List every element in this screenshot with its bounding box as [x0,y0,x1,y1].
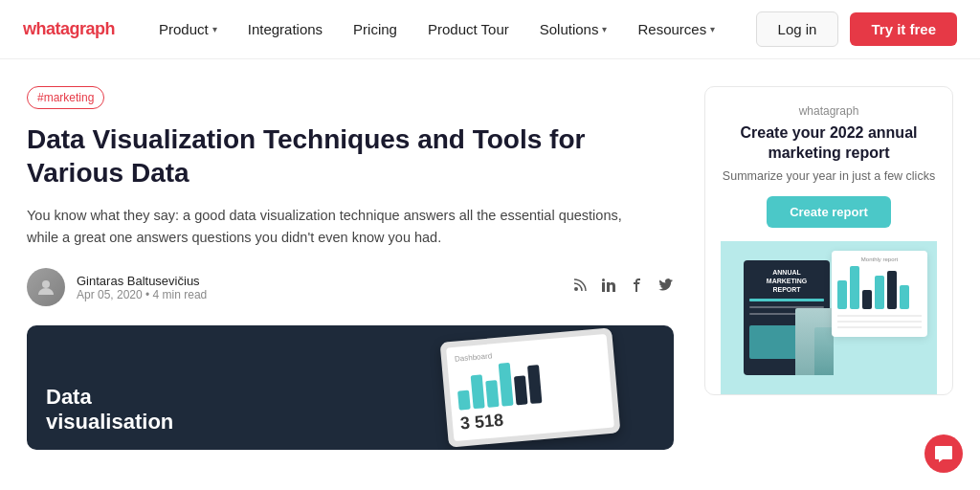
logo[interactable]: whatagraph [23,19,115,39]
promo-card: whatagraph Create your 2022 annual marke… [704,86,953,395]
svg-point-0 [42,280,50,288]
author-name: Gintaras Baltusevičius [77,274,207,288]
article-image-card: Data visualisation Dashboard [27,325,674,450]
create-report-button[interactable]: Create report [767,196,891,228]
svg-point-3 [602,278,605,281]
promo-image: ANNUAL MARKETING REPORT M [721,241,937,394]
navbar: whatagraph Product ▾ Integrations Pricin… [0,0,980,59]
article-title: Data Visualization Techniques and Tools … [27,122,674,189]
stats-panel: Monthly report [832,251,927,337]
chevron-down-icon: ▾ [602,24,607,34]
main-content: #marketing Data Visualization Techniques… [0,59,980,490]
promo-subtitle: Summarize your year in just a few clicks [721,169,937,183]
try-free-button[interactable]: Try it free [850,12,957,46]
chat-bubble[interactable] [924,434,963,473]
nav-actions: Log in Try it free [756,11,957,47]
facebook-icon[interactable] [630,278,645,297]
login-button[interactable]: Log in [756,11,839,47]
svg-point-1 [574,287,578,291]
author-date: Apr 05, 2020 • 4 min read [77,288,207,301]
nav-product[interactable]: Product ▾ [145,13,231,45]
linkedin-icon[interactable] [601,278,616,297]
nav-resources[interactable]: Resources ▾ [624,13,728,45]
article-image-text: Data visualisation [46,385,173,435]
report-cover: ANNUAL MARKETING REPORT [744,260,830,375]
article-excerpt: You know what they say: a good data visu… [27,205,639,249]
chevron-down-icon: ▾ [710,24,715,34]
nav-integrations[interactable]: Integrations [234,13,336,45]
promo-column: whatagraph Create your 2022 annual marke… [704,86,953,490]
nav-solutions[interactable]: Solutions ▾ [526,13,621,45]
author-info: Gintaras Baltusevičius Apr 05, 2020 • 4 … [27,268,207,306]
nav-links: Product ▾ Integrations Pricing Product T… [145,13,756,45]
nav-product-tour[interactable]: Product Tour [414,13,523,45]
promo-title: Create your 2022 annual marketing report [721,123,937,164]
social-icons [572,278,674,297]
article-tag[interactable]: #marketing [27,86,104,109]
author-row: Gintaras Baltusevičius Apr 05, 2020 • 4 … [27,268,674,306]
rss-icon[interactable] [572,278,588,297]
avatar [27,268,65,306]
nav-pricing[interactable]: Pricing [340,13,411,45]
svg-rect-2 [602,282,605,292]
promo-brand: whatagraph [721,104,937,118]
article-column: #marketing Data Visualization Techniques… [27,86,674,490]
twitter-icon[interactable] [658,278,674,297]
chevron-down-icon: ▾ [212,24,217,34]
author-details: Gintaras Baltusevičius Apr 05, 2020 • 4 … [77,274,207,301]
